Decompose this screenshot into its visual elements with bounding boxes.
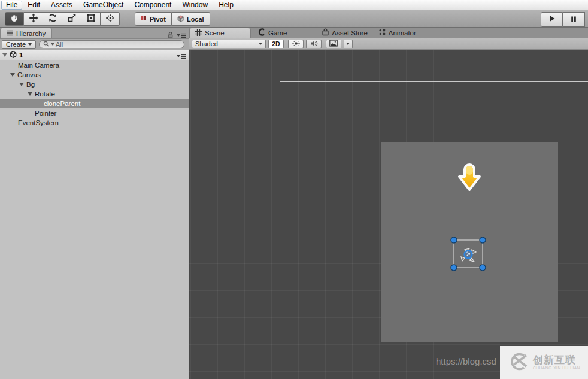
pause-button[interactable] — [563, 12, 585, 27]
animator-icon — [378, 28, 386, 37]
hierarchy-item-cloneparent[interactable]: cloneParent — [0, 99, 189, 108]
list-icon — [7, 30, 13, 37]
play-button[interactable] — [541, 12, 563, 27]
selection-gizmo[interactable] — [448, 234, 489, 276]
hierarchy-tabstrip: Hierarchy — [0, 28, 189, 39]
search-filter-chevron-icon — [51, 43, 54, 46]
scene-viewport[interactable]: https://blog.csd — [189, 50, 588, 379]
menu-gameobject[interactable]: GameObject — [78, 0, 129, 10]
menu-assets[interactable]: Assets — [46, 0, 78, 10]
effects-toggle-button[interactable] — [326, 40, 341, 48]
menu-file[interactable]: File — [1, 1, 22, 10]
panel-menu-icon[interactable] — [177, 53, 186, 60]
scene-view-toolbar: Shaded 2D — [189, 38, 588, 50]
tool-group — [5, 12, 120, 26]
arrow-sprite[interactable] — [455, 160, 484, 197]
transform-tool-button[interactable] — [101, 12, 120, 26]
rect-icon — [86, 13, 96, 25]
scene-tabstrip: Scene Game Asset Store — [189, 28, 588, 38]
lighting-toggle-button[interactable] — [288, 40, 304, 48]
scene-tab-label: Scene — [205, 29, 225, 37]
rotate-tool-button[interactable] — [43, 12, 62, 26]
hierarchy-item-pointer[interactable]: Pointer — [0, 108, 189, 118]
play-icon — [548, 14, 556, 25]
hierarchy-tab-label: Hierarchy — [16, 30, 46, 37]
scene-name-label: 1 — [19, 51, 23, 59]
scale-icon — [67, 13, 77, 25]
move-tool-button[interactable] — [24, 12, 43, 26]
hierarchy-item-canvas[interactable]: Canvas — [0, 70, 189, 80]
asset-store-tab-label: Asset Store — [332, 29, 367, 37]
menu-component[interactable]: Component — [129, 0, 177, 10]
hierarchy-item-main-camera[interactable]: Main Camera — [0, 60, 189, 70]
brand-logo-icon — [508, 351, 529, 375]
hand-icon — [10, 13, 19, 25]
scale-tool-button[interactable] — [62, 12, 81, 26]
2d-toggle-button[interactable]: 2D — [268, 40, 284, 48]
chevron-down-icon — [346, 43, 350, 45]
game-icon — [258, 28, 266, 37]
animator-tab-label: Animator — [389, 29, 416, 37]
menu-help[interactable]: Help — [213, 0, 239, 10]
2d-label: 2D — [272, 40, 280, 47]
tab-animator[interactable]: Animator — [377, 28, 417, 38]
brand-name-cn: 创新互联 — [533, 355, 580, 366]
audio-toggle-button[interactable] — [306, 40, 322, 48]
unity-logo-icon — [10, 51, 17, 59]
speaker-icon — [310, 40, 318, 48]
pivot-toggle-button[interactable]: Pivot — [135, 12, 172, 26]
transform-icon — [105, 13, 115, 25]
cube-icon — [177, 15, 184, 23]
chevron-down-icon — [28, 43, 32, 46]
bag-icon — [322, 28, 329, 37]
menu-window[interactable]: Window — [177, 0, 213, 10]
rect-tool-button[interactable] — [81, 12, 101, 26]
hand-tool-button[interactable] — [5, 12, 24, 26]
watermark-url: https://blog.csd — [436, 356, 496, 366]
hierarchy-toolbar: Create All — [0, 39, 189, 50]
tab-game[interactable]: Game — [257, 28, 288, 38]
tab-scene[interactable]: Scene — [189, 28, 251, 38]
brand-name-en: CHUANG XIN HU LIAN — [533, 366, 580, 370]
local-label: Local — [187, 16, 204, 23]
hierarchy-item-rotate[interactable]: Rotate — [0, 89, 189, 99]
search-input[interactable]: All — [39, 40, 184, 48]
create-button[interactable]: Create — [2, 40, 36, 49]
lock-icon[interactable] — [167, 30, 174, 41]
search-placeholder: All — [56, 41, 63, 48]
expand-triangle-icon[interactable] — [10, 73, 15, 77]
create-label: Create — [6, 41, 26, 48]
expand-triangle-icon[interactable] — [19, 83, 24, 86]
rotate-icon — [48, 13, 57, 25]
menu-edit[interactable]: Edit — [22, 0, 46, 10]
expand-triangle-icon[interactable] — [28, 92, 32, 96]
tab-asset-store[interactable]: Asset Store — [320, 28, 368, 38]
move-icon — [29, 13, 38, 25]
hierarchy-item-eventsystem[interactable]: EventSystem — [0, 118, 189, 128]
main-toolbar: Pivot Local — [0, 10, 588, 28]
image-icon — [329, 40, 338, 48]
local-toggle-button[interactable]: Local — [172, 12, 210, 26]
expand-triangle-icon[interactable] — [2, 53, 7, 57]
pivot-icon — [141, 15, 147, 23]
scene-header-row[interactable]: 1 — [0, 50, 189, 60]
scene-panel: Scene Game Asset Store — [189, 28, 588, 379]
draw-mode-label: Shaded — [195, 40, 218, 47]
sun-icon — [292, 40, 300, 48]
search-icon — [43, 41, 50, 48]
pinwheel-sprites — [461, 248, 476, 262]
panel-menu-icon[interactable] — [177, 30, 186, 41]
menu-bar: File Edit Assets GameObject Component Wi… — [0, 0, 588, 10]
brand-watermark: 创新互联 CHUANG XIN HU LIAN — [500, 346, 588, 379]
effects-dropdown-button[interactable] — [344, 40, 353, 48]
game-tab-label: Game — [268, 29, 287, 37]
hierarchy-item-bg[interactable]: Bg — [0, 80, 189, 89]
pivot-local-group: Pivot Local — [135, 12, 210, 26]
chevron-down-icon — [259, 43, 262, 45]
grid-icon — [195, 29, 202, 37]
draw-mode-dropdown[interactable]: Shaded — [192, 40, 266, 48]
tab-hierarchy[interactable]: Hierarchy — [0, 28, 52, 38]
pivot-label: Pivot — [150, 16, 166, 23]
pause-icon — [570, 14, 577, 25]
hierarchy-panel: Hierarchy Create — [0, 28, 189, 379]
